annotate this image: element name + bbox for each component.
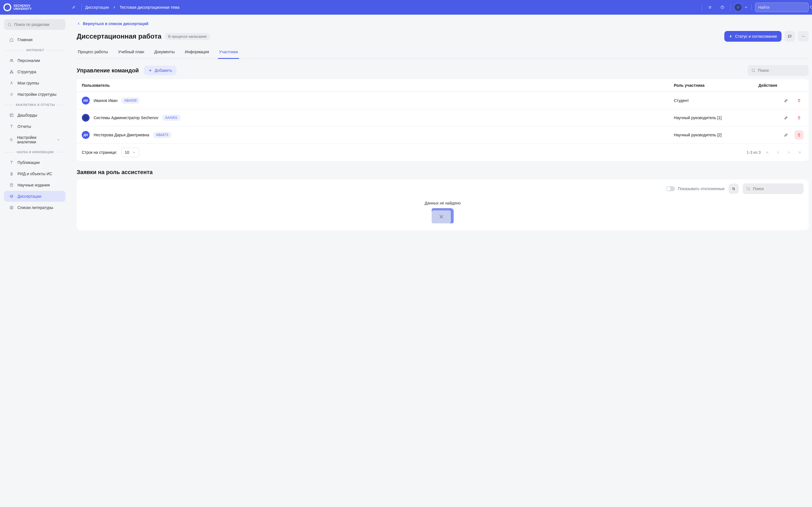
svg-point-19 (802, 36, 803, 37)
col-user: Пользователь (82, 83, 674, 88)
breadcrumb-root[interactable]: Диссертации (85, 5, 109, 10)
book-icon (9, 124, 14, 129)
pin-toggle[interactable] (69, 3, 78, 12)
svg-point-5 (810, 6, 812, 8)
requests-search[interactable] (743, 183, 804, 194)
col-actions: Действия (758, 83, 804, 88)
brand-logo[interactable]: SECHENOV UNIVERSITY (3, 3, 32, 11)
chevron-down-icon (56, 138, 60, 142)
nav-home[interactable]: Главная (4, 34, 65, 45)
rows-per-page-label: Строк на странице: (82, 150, 117, 155)
dashboard-icon (9, 113, 14, 118)
svg-point-15 (11, 139, 12, 140)
table-row: Системы Администратор SechenovААА001Науч… (77, 109, 809, 126)
main-content: Вернуться в список диссертаций Диссертац… (69, 15, 812, 238)
back-link[interactable]: Вернуться в список диссертаций (77, 20, 148, 27)
comments-button[interactable] (784, 31, 795, 42)
requests-search-input[interactable] (753, 186, 802, 191)
nav-label: РИД и объекты ИС (17, 172, 52, 176)
svg-rect-11 (12, 72, 13, 73)
sidebar-search[interactable] (4, 19, 65, 30)
show-rejected-toggle[interactable] (666, 186, 675, 191)
rows-per-page-value: 10 (125, 150, 130, 155)
nav-structure-settings[interactable]: Настройки структуры (4, 89, 65, 100)
team-title: Управление командой (77, 67, 139, 74)
search-icon (7, 22, 12, 27)
nav-structure[interactable]: Структура (4, 66, 65, 77)
nav-analytics-settings[interactable]: Настройки аналитики (4, 132, 65, 147)
tab-process[interactable]: Процесс работы (77, 47, 109, 59)
tab-documents[interactable]: Документы (153, 47, 175, 59)
list-icon (9, 205, 14, 210)
chevron-right-icon (112, 5, 116, 9)
journal-icon (9, 182, 14, 187)
gear-icon (9, 137, 13, 142)
global-search-input[interactable] (758, 5, 808, 10)
table-row: ДННестерова Дарья ДмитриевнаАВА873Научны… (77, 126, 809, 144)
user-role: Научный руководитель [1] (674, 115, 758, 120)
profile-menu[interactable] (734, 3, 748, 11)
nav-rid[interactable]: РИД и объекты ИС (4, 168, 65, 179)
global-search[interactable] (755, 3, 809, 12)
back-link-label: Вернуться в список диссертаций (83, 21, 148, 26)
lightning-icon (729, 34, 733, 38)
edit-button[interactable] (781, 130, 791, 139)
user-name: Нестерова Дарья Дмитриевна (94, 133, 149, 137)
tab-info[interactable]: Информация (184, 47, 210, 59)
add-participant-button[interactable]: Добавить (144, 66, 176, 75)
nav-label: Персоналии (17, 58, 40, 63)
tab-plan[interactable]: Учебный план (117, 47, 146, 59)
users-icon (9, 58, 14, 63)
page-last-button[interactable] (796, 149, 804, 156)
svg-rect-9 (11, 70, 12, 71)
delete-button[interactable] (795, 130, 804, 139)
divider (730, 4, 730, 11)
edit-button[interactable] (781, 96, 791, 105)
brand-line2: UNIVERSITY (13, 7, 32, 10)
delete-button[interactable] (795, 113, 804, 122)
nav-dashboards[interactable]: Дашборды (4, 110, 65, 121)
page-first-button[interactable] (763, 149, 771, 156)
status-badge: В процессе написания (165, 33, 210, 40)
sort-button[interactable] (728, 184, 739, 194)
team-table-card: Пользователь Роль участника Действия ИИИ… (77, 79, 809, 161)
tabs: Процесс работы Учебный план Документы Ин… (77, 47, 809, 59)
nav-dissertations[interactable]: Диссертации (4, 191, 65, 202)
settings-sliders-icon[interactable] (705, 3, 714, 12)
breadcrumb: Диссертации Тестовая диссертационная тем… (85, 5, 180, 10)
table-header: Пользователь Роль участника Действия (77, 79, 809, 92)
brand-icon (3, 3, 11, 11)
empty-folder-icon: ✕ (432, 208, 454, 223)
graduation-icon (9, 194, 14, 199)
nav-personalii[interactable]: Персоналии (4, 55, 65, 66)
sidebar-search-input[interactable] (14, 22, 63, 27)
empty-state: Данных не найдено ✕ (77, 198, 809, 230)
nav-label: Дашборды (17, 113, 37, 117)
nav-label: Списки литературы (17, 205, 53, 210)
nav-publications[interactable]: Публикации (4, 157, 65, 168)
tab-participants[interactable]: Участники (218, 47, 239, 59)
status-approval-button[interactable]: Статус и согласование (724, 31, 781, 42)
page-next-button[interactable] (785, 149, 793, 156)
nav-scientific[interactable]: Научные издания (4, 180, 65, 190)
svg-point-6 (8, 23, 11, 25)
rows-per-page-select[interactable]: 10 (121, 148, 140, 157)
page-prev-button[interactable] (774, 149, 782, 156)
nav-bibliography[interactable]: Списки литературы (4, 202, 65, 213)
sidebar: Главная ИНТРАНЕТ Персоналии Структура Мо… (0, 15, 69, 238)
chevron-left-icon (77, 22, 81, 25)
team-search[interactable] (748, 65, 809, 76)
chevron-down-icon (132, 151, 136, 154)
edit-button[interactable] (781, 113, 791, 122)
group-icon (9, 80, 14, 86)
nav-label: Настройки аналитики (17, 135, 53, 144)
more-button[interactable] (798, 31, 809, 42)
help-icon[interactable] (718, 3, 727, 12)
team-search-input[interactable] (758, 68, 807, 73)
divider (751, 4, 752, 11)
nav-my-groups[interactable]: Мои группы (4, 78, 65, 89)
nav-reports[interactable]: Отчеты (4, 121, 65, 132)
nav-label: Структура (17, 69, 36, 74)
delete-button[interactable] (795, 96, 804, 105)
nav-label: Публикации (17, 160, 40, 165)
